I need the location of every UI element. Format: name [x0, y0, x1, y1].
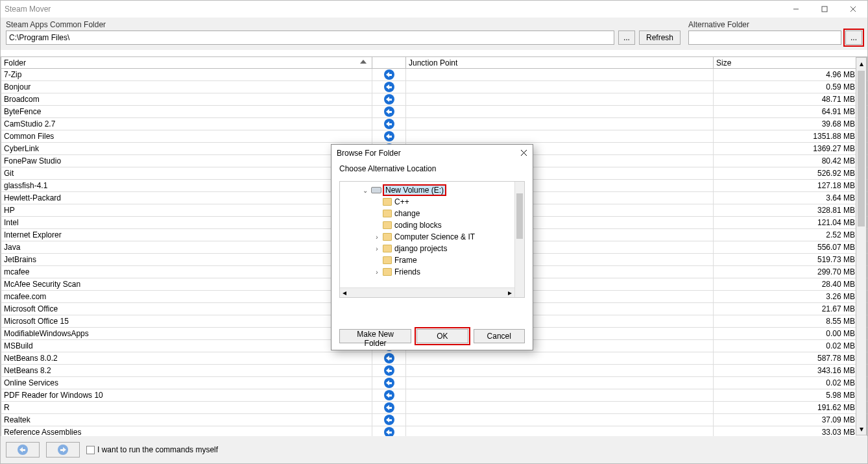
col-arrow[interactable] [372, 57, 406, 69]
table-row[interactable]: 7-Zip4.96 MB [1, 69, 867, 81]
table-row[interactable]: Broadcom48.71 MB [1, 93, 867, 106]
source-path-input[interactable] [6, 31, 614, 45]
refresh-button[interactable]: Refresh [639, 31, 681, 45]
scroll-down-icon[interactable]: ▾ [856, 423, 866, 435]
direction-cell [372, 402, 406, 413]
folder-name: R [1, 402, 372, 413]
browse-folder-dialog: Browse For Folder Choose Alternative Loc… [331, 144, 533, 350]
junction-cell [406, 118, 714, 130]
drive-icon [371, 187, 381, 193]
table-row[interactable]: ByteFence64.91 MB [1, 106, 867, 118]
tree-item[interactable]: ›Computer Science & IT [340, 231, 514, 243]
col-size[interactable]: Size [714, 57, 858, 69]
junction-cell [406, 389, 714, 401]
size-cell: 33.03 MB [714, 426, 858, 436]
direction-cell [372, 426, 406, 436]
table-row[interactable]: NetBeans 8.0.2587.78 MB [1, 352, 867, 365]
size-cell: 1369.27 MB [714, 143, 858, 154]
folder-name: Broadcom [1, 93, 372, 105]
checkbox-label: I want to run the commands myself [97, 445, 218, 454]
size-cell: 0.02 MB [714, 377, 858, 389]
col-junction[interactable]: Junction Point [406, 57, 714, 69]
table-row[interactable]: Realtek37.09 MB [1, 414, 867, 426]
maximize-button[interactable] [810, 1, 839, 18]
tree-label: C++ [394, 197, 409, 206]
move-right-button[interactable] [46, 442, 80, 458]
size-cell: 21.67 MB [714, 303, 858, 315]
tree-item[interactable]: Frame [340, 254, 514, 266]
hscroll-left-icon[interactable]: ◂ [340, 288, 349, 297]
table-row[interactable]: PDF Reader for Windows 105.98 MB [1, 389, 867, 402]
arrow-left-icon [384, 69, 394, 80]
browse-source-button[interactable]: ... [618, 31, 635, 45]
dialog-close-button[interactable] [520, 148, 527, 158]
folder-icon [383, 221, 392, 229]
table-row[interactable]: Common Files1351.88 MB [1, 130, 867, 143]
scroll-up-icon[interactable]: ▴ [856, 58, 866, 69]
size-cell: 328.81 MB [714, 204, 858, 216]
alt-path-input[interactable] [688, 31, 841, 45]
folder-name: ByteFence [1, 106, 372, 117]
arrow-left-icon [384, 131, 394, 141]
tree-label: Friends [394, 267, 420, 276]
junction-cell [406, 365, 714, 376]
tree-item[interactable]: ›Friends [340, 266, 514, 278]
col-folder[interactable]: Folder [1, 57, 372, 69]
folder-icon [383, 210, 392, 217]
table-row[interactable]: Reference Assemblies33.03 MB [1, 426, 867, 436]
tree-label: New Volume (E:) [384, 186, 445, 195]
arrow-left-icon [384, 378, 394, 388]
tree-label: coding blocks [394, 221, 442, 230]
folder-name: Bonjour [1, 81, 372, 93]
alt-folder-label: Alternative Folder [688, 20, 862, 29]
arrow-left-icon [384, 365, 394, 376]
sort-asc-icon [360, 60, 367, 64]
tree-hscroll[interactable]: ◂ ▸ [340, 287, 514, 297]
folder-name: CamStudio 2.7 [1, 118, 372, 130]
vertical-scrollbar[interactable]: ▴ ▾ [856, 57, 867, 435]
folder-name: Common Files [1, 130, 372, 142]
make-new-folder-button[interactable]: Make New Folder [339, 329, 411, 343]
direction-cell [372, 389, 406, 401]
size-cell: 1351.88 MB [714, 130, 858, 142]
size-cell: 191.62 MB [714, 402, 858, 413]
direction-cell [372, 414, 406, 426]
tree-scroll-thumb[interactable] [516, 193, 523, 239]
folder-name: NetBeans 8.0.2 [1, 352, 372, 364]
table-row[interactable]: Online Services0.02 MB [1, 377, 867, 389]
close-button[interactable] [839, 1, 867, 18]
browse-alt-button[interactable]: ... [845, 31, 862, 45]
hscroll-right-icon[interactable]: ▸ [505, 288, 514, 297]
arrow-left-icon [384, 94, 394, 104]
table-row[interactable]: NetBeans 8.2343.16 MB [1, 365, 867, 377]
tree-item-drive[interactable]: ⌄New Volume (E:) [340, 184, 514, 196]
table-row[interactable]: R191.62 MB [1, 402, 867, 414]
move-left-button[interactable] [6, 442, 40, 458]
folder-name: HP [1, 204, 372, 216]
tree-vscroll[interactable] [514, 182, 524, 297]
direction-cell [372, 365, 406, 376]
direction-cell [372, 352, 406, 364]
arrow-left-icon [384, 119, 394, 129]
scroll-thumb[interactable] [858, 71, 865, 226]
junction-cell [406, 81, 714, 93]
arrow-left-icon [384, 427, 394, 436]
tree-item[interactable]: C++ [340, 196, 514, 208]
ok-button[interactable]: OK [416, 329, 468, 343]
table-row[interactable]: Bonjour0.59 MB [1, 81, 867, 93]
source-folder-label: Steam Apps Common Folder [6, 20, 681, 29]
cancel-button[interactable]: Cancel [474, 329, 525, 343]
tree-item[interactable]: change [340, 208, 514, 219]
size-cell: 0.02 MB [714, 340, 858, 352]
tree-item[interactable]: ›django projects [340, 243, 514, 254]
folder-tree: ⌄New Volume (E:)C++changecoding blocks›C… [339, 181, 525, 298]
tree-item[interactable]: coding blocks [340, 219, 514, 231]
folder-icon [383, 233, 392, 241]
run-myself-checkbox[interactable]: I want to run the commands myself [86, 445, 218, 454]
minimize-button[interactable] [782, 1, 810, 18]
size-cell: 556.07 MB [714, 241, 858, 253]
junction-cell [406, 414, 714, 426]
table-row[interactable]: CamStudio 2.739.68 MB [1, 118, 867, 130]
folder-name: ModifiableWindowsApps [1, 328, 372, 339]
dialog-titlebar: Browse For Folder [332, 145, 533, 162]
